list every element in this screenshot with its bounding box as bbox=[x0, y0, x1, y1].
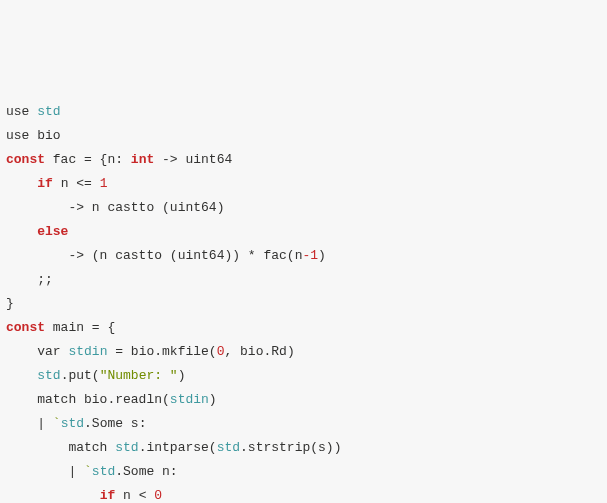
code-token: n <= bbox=[53, 176, 100, 191]
code-token: "Number: " bbox=[100, 368, 178, 383]
code-token: const bbox=[6, 152, 45, 167]
code-line: std.put("Number: ") bbox=[6, 364, 601, 388]
code-token: std bbox=[37, 368, 60, 383]
code-token: ) bbox=[318, 248, 326, 263]
code-line: const main = { bbox=[6, 316, 601, 340]
code-token: -> (n castto (uint64)) * fac(n bbox=[6, 248, 302, 263]
code-token: | bbox=[6, 416, 53, 431]
code-token: n < bbox=[115, 488, 154, 503]
code-line: -> n castto (uint64) bbox=[6, 196, 601, 220]
code-token bbox=[6, 176, 37, 191]
code-token: = bio.mkfile( bbox=[107, 344, 216, 359]
code-line: ;; bbox=[6, 268, 601, 292]
code-token: .Some n: bbox=[115, 464, 177, 479]
code-token: , bio.Rd) bbox=[224, 344, 294, 359]
code-token: stdin bbox=[68, 344, 107, 359]
code-line: else bbox=[6, 220, 601, 244]
code-token: use bio bbox=[6, 128, 61, 143]
code-block: use stduse bioconst fac = {n: int -> uin… bbox=[6, 100, 601, 503]
code-token: const bbox=[6, 320, 45, 335]
code-token: ) bbox=[209, 392, 217, 407]
code-token: if bbox=[100, 488, 116, 503]
code-token: std bbox=[61, 416, 84, 431]
code-token bbox=[6, 368, 37, 383]
code-line: } bbox=[6, 292, 601, 316]
code-token: match bio.readln( bbox=[6, 392, 170, 407]
code-token: else bbox=[37, 224, 68, 239]
code-line: if n <= 1 bbox=[6, 172, 601, 196]
code-token: -> uint64 bbox=[154, 152, 232, 167]
code-token: var bbox=[6, 344, 68, 359]
code-token bbox=[6, 224, 37, 239]
code-token: -> n castto (uint64) bbox=[6, 200, 224, 215]
code-line: const fac = {n: int -> uint64 bbox=[6, 148, 601, 172]
code-line: -> (n castto (uint64)) * fac(n-1) bbox=[6, 244, 601, 268]
code-line: use bio bbox=[6, 124, 601, 148]
code-token bbox=[6, 488, 100, 503]
code-token: int bbox=[131, 152, 154, 167]
code-line: | `std.Some s: bbox=[6, 412, 601, 436]
code-token: std bbox=[92, 464, 115, 479]
code-line: | `std.Some n: bbox=[6, 460, 601, 484]
code-token: 0 bbox=[154, 488, 162, 503]
code-line: var stdin = bio.mkfile(0, bio.Rd) bbox=[6, 340, 601, 364]
code-token: use bbox=[6, 104, 37, 119]
code-token: ;; bbox=[6, 272, 53, 287]
code-token: } bbox=[6, 296, 14, 311]
code-token: | bbox=[6, 464, 84, 479]
code-token: fac = {n: bbox=[45, 152, 131, 167]
code-line: if n < 0 bbox=[6, 484, 601, 503]
code-token: ` bbox=[84, 464, 92, 479]
code-token: 1 bbox=[100, 176, 108, 191]
code-token: .intparse( bbox=[139, 440, 217, 455]
code-token: std bbox=[217, 440, 240, 455]
code-token: main = { bbox=[45, 320, 115, 335]
code-token: stdin bbox=[170, 392, 209, 407]
code-token: 1 bbox=[310, 248, 318, 263]
code-token: std bbox=[37, 104, 60, 119]
code-line: match std.intparse(std.strstrip(s)) bbox=[6, 436, 601, 460]
code-token: .strstrip(s)) bbox=[240, 440, 341, 455]
code-token: ) bbox=[178, 368, 186, 383]
code-token: std bbox=[115, 440, 138, 455]
code-token: ` bbox=[53, 416, 61, 431]
code-token: if bbox=[37, 176, 53, 191]
code-token: .Some s: bbox=[84, 416, 146, 431]
code-line: match bio.readln(stdin) bbox=[6, 388, 601, 412]
code-line: use std bbox=[6, 100, 601, 124]
code-token: .put( bbox=[61, 368, 100, 383]
code-token: match bbox=[6, 440, 115, 455]
